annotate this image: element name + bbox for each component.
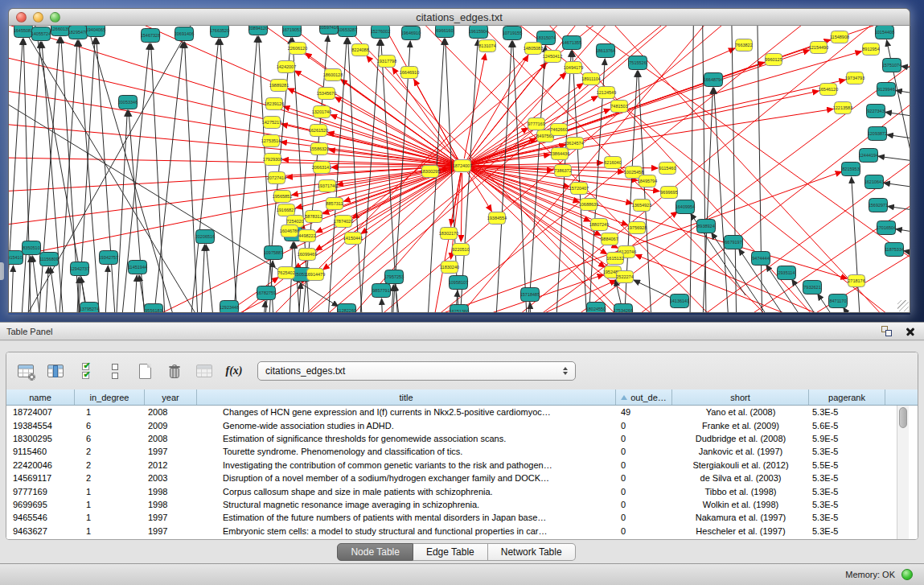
graph-node[interactable]: 12154490 <box>809 42 828 54</box>
table-cell[interactable]: 1998 <box>145 500 197 509</box>
graph-node[interactable]: 7481503 <box>610 101 627 113</box>
table-cell[interactable]: 2012 <box>145 460 197 470</box>
create-column-button[interactable] <box>134 361 155 381</box>
graph-node[interactable]: 19317798 <box>377 56 396 68</box>
graph-node[interactable]: 7515526 <box>629 56 647 70</box>
table-cell[interactable]: 0 <box>616 434 672 443</box>
column-header-year[interactable]: year <box>145 389 197 405</box>
collapsed-panel-handle[interactable] <box>0 262 4 280</box>
graph-node[interactable]: 16455083 <box>14 26 33 38</box>
table-cell[interactable]: 0 <box>616 500 672 509</box>
column-header-name[interactable]: name <box>6 389 75 405</box>
table-cell[interactable]: Tourette syndrome. Phenomenology and cla… <box>197 447 616 456</box>
table-row[interactable]: 1456911722003Disruption of a novel membe… <box>6 472 897 484</box>
table-cell[interactable]: 1 <box>75 500 145 509</box>
graph-node[interactable]: 15345670 <box>317 88 336 100</box>
graph-node[interactable]: 18295470 <box>68 26 88 39</box>
table-cell[interactable]: Estimation of significance thresholds fo… <box>197 434 616 443</box>
deselect-all-columns-button[interactable] <box>105 361 125 381</box>
graph-node[interactable]: 2522274 <box>616 271 633 283</box>
graph-node[interactable]: 7663822 <box>735 39 752 51</box>
table-cell[interactable]: 0 <box>616 447 672 456</box>
graph-node[interactable]: 18600128 <box>323 69 343 81</box>
graph-node[interactable]: 4498222 <box>298 230 315 242</box>
graph-node[interactable]: 9884067 <box>601 233 618 245</box>
graph-node[interactable]: 10975887 <box>264 246 283 260</box>
graph-node[interactable]: 16719053 <box>282 26 302 37</box>
graph-node[interactable]: 23864436 <box>550 148 569 160</box>
table-cell[interactable]: 1997 <box>145 526 197 536</box>
graph-node[interactable]: 14150441 <box>343 233 363 245</box>
table-cell[interactable]: Wolkin et al. (1998) <box>672 500 809 509</box>
graph-node[interactable]: 12923448 <box>220 301 239 314</box>
graph-node[interactable]: 8912954 <box>862 43 879 56</box>
table-row[interactable]: 1872400712008Changes of HCN gene express… <box>6 406 897 418</box>
graph-node[interactable]: 11875334 <box>885 243 904 257</box>
table-cell[interactable]: 5.3E-5 <box>809 447 885 456</box>
graph-node[interactable]: 8938924 <box>697 220 716 233</box>
graph-node[interactable]: 12124549 <box>597 87 616 99</box>
graph-node[interactable]: 19371740 <box>318 180 337 192</box>
graph-node[interactable]: 18495794 <box>638 175 657 187</box>
table-cell[interactable]: 5.5E-5 <box>809 460 885 470</box>
graph-node[interactable]: 10154408 <box>875 26 894 39</box>
table-row[interactable]: 1830029562008Estimation of significance … <box>6 432 897 445</box>
graph-node[interactable]: 9115460 <box>659 163 676 175</box>
graph-node[interactable]: 9227343 <box>867 105 885 118</box>
table-cell[interactable]: 1 <box>75 513 145 522</box>
table-cell[interactable]: 2008 <box>145 434 197 443</box>
graph-node[interactable]: 13201740 <box>312 106 331 118</box>
graph-node[interactable]: 20206516 <box>195 230 215 244</box>
table-cell[interactable]: 14569117 <box>6 473 75 483</box>
function-builder-button[interactable]: f(x) <box>224 361 244 381</box>
delete-column-button[interactable] <box>164 361 185 381</box>
table-cell[interactable]: de Silva et al. (2003) <box>672 473 809 483</box>
graph-node[interactable]: 9129946 <box>877 83 896 97</box>
graph-node[interactable]: 2935114 <box>778 266 796 280</box>
show-columns-button[interactable] <box>45 361 66 381</box>
graph-node[interactable]: 11156809 <box>39 253 59 266</box>
table-cell[interactable]: 0 <box>616 421 672 431</box>
table-cell[interactable]: 1 <box>75 407 145 417</box>
table-cell[interactable]: 5.9E-5 <box>809 434 885 443</box>
graph-node[interactable]: 16210643 <box>864 175 884 189</box>
table-cell[interactable]: 2003 <box>145 473 197 483</box>
table-cell[interactable]: 0 <box>616 460 672 470</box>
table-cell[interactable]: Disruption of a novel member of a sodium… <box>197 473 616 483</box>
column-header-short[interactable]: short <box>672 389 809 405</box>
graph-node[interactable]: 15718485 <box>520 288 540 302</box>
table-cell[interactable]: 1 <box>75 487 145 496</box>
graph-node[interactable]: 8131074 <box>478 40 495 52</box>
table-row[interactable]: 977716911998Corpus callosum shape and si… <box>6 484 897 497</box>
graph-node[interactable]: 12093872 <box>868 127 887 141</box>
graph-node[interactable]: 19384554 <box>487 212 507 225</box>
table-cell[interactable]: 22420046 <box>6 460 75 470</box>
graph-node[interactable]: 13795274 <box>80 303 99 314</box>
graph-node[interactable]: 6679197 <box>725 236 743 249</box>
graph-node[interactable]: 18807249 <box>589 219 609 231</box>
table-cell[interactable]: Estimation of the future numbers of pati… <box>197 513 616 522</box>
graph-node[interactable]: 9699695 <box>660 187 677 199</box>
graph-node[interactable]: 19342757 <box>99 251 118 265</box>
table-cell[interactable]: 2008 <box>145 407 197 417</box>
table-cell[interactable]: Genome-wide association studies in ADHD. <box>197 421 616 431</box>
graph-node[interactable]: 14242007 <box>277 61 296 73</box>
graph-node[interactable]: 10653287 <box>338 26 357 37</box>
table-cell[interactable]: Dudbridge et al. (2008) <box>672 434 809 443</box>
table-cell[interactable]: Stergiakouli et al. (2012) <box>672 460 809 470</box>
table-cell[interactable]: 5.3E-5 <box>809 473 885 483</box>
table-cell[interactable]: 9465546 <box>6 513 75 522</box>
graph-node[interactable]: 14136141 <box>670 295 689 308</box>
graph-node[interactable]: 19756928 <box>627 222 647 234</box>
table-row[interactable]: 911546021997Tourette syndrome. Phenomeno… <box>6 445 897 458</box>
graph-node[interactable]: 9474444 <box>752 252 770 266</box>
graph-node[interactable]: 9857791 <box>372 284 391 298</box>
graph-node[interactable]: 12213583 <box>833 102 852 114</box>
graph-node[interactable]: 12753514 <box>261 135 281 147</box>
table-cell[interactable]: Changes of HCN gene expression and I(f) … <box>197 407 616 417</box>
table-cell[interactable]: Investigating the contribution of common… <box>197 460 616 470</box>
graph-node[interactable]: 18911104 <box>581 73 601 85</box>
graph-node[interactable]: 6216040 <box>604 157 621 169</box>
graph-node[interactable]: 18300295 <box>421 166 440 178</box>
graph-node[interactable]: 17957253 <box>384 270 404 284</box>
